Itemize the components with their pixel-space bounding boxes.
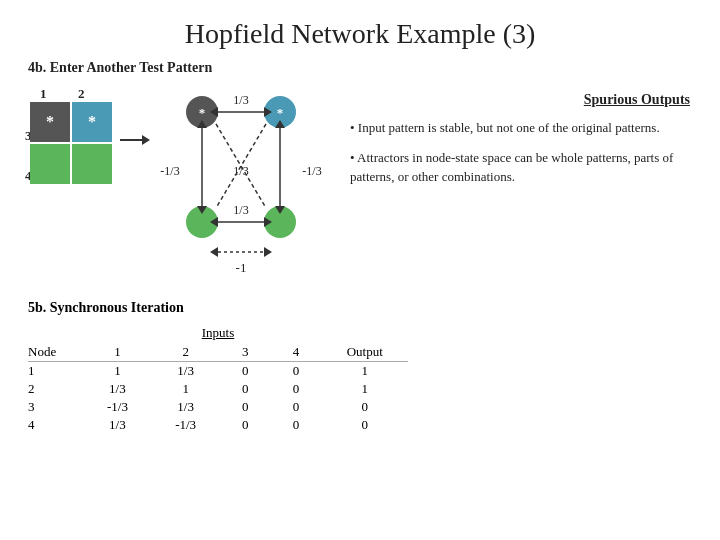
cell-node: 2 xyxy=(28,380,83,398)
right-arrow xyxy=(120,130,150,154)
col-header-1: 1 xyxy=(83,343,151,362)
svg-text:1/3: 1/3 xyxy=(233,203,248,217)
right-panel: Spurious Outputs • Input pattern is stab… xyxy=(330,82,700,292)
cell-c4: 0 xyxy=(271,398,322,416)
cell-c1: 1 xyxy=(83,362,151,381)
table-area: Inputs Node 1 2 3 4 Output 1 1 1/3 0 0 1 xyxy=(28,324,692,434)
cell-output: 1 xyxy=(322,380,408,398)
cell-c4: 0 xyxy=(271,380,322,398)
diagram-area: 1 2 3 4 * * * * xyxy=(20,82,700,292)
cell-c1: -1/3 xyxy=(83,398,151,416)
grid-label-1: 1 xyxy=(40,86,47,102)
table-row: 2 1/3 1 0 0 1 xyxy=(28,380,408,398)
grid-label-2: 2 xyxy=(78,86,85,102)
cell-c3: 0 xyxy=(220,362,271,381)
svg-text:-1: -1 xyxy=(236,260,247,275)
cell-c2: -1/3 xyxy=(152,416,220,434)
grid-cell-4 xyxy=(72,144,112,184)
svg-text:*: * xyxy=(277,105,284,120)
cell-c3: 0 xyxy=(220,380,271,398)
grid-cell-3 xyxy=(30,144,70,184)
cell-node: 1 xyxy=(28,362,83,381)
svg-text:*: * xyxy=(199,105,206,120)
table-row: 1 1 1/3 0 0 1 xyxy=(28,362,408,381)
col-header-2: 2 xyxy=(152,343,220,362)
network-diagram: * * 1/3 1/3 -1/3 xyxy=(150,82,330,296)
grid-cell-1: * xyxy=(30,102,70,142)
svg-text:-1/3: -1/3 xyxy=(160,164,179,178)
table-row: 4 1/3 -1/3 0 0 0 xyxy=(28,416,408,434)
cell-c1: 1/3 xyxy=(83,380,151,398)
svg-marker-1 xyxy=(142,135,150,145)
cell-output: 1 xyxy=(322,362,408,381)
svg-marker-28 xyxy=(210,247,218,257)
iteration-table: Inputs Node 1 2 3 4 Output 1 1 1/3 0 0 1 xyxy=(28,324,408,434)
svg-text:1/3: 1/3 xyxy=(233,93,248,107)
cell-c2: 1/3 xyxy=(152,362,220,381)
cell-c2: 1/3 xyxy=(152,398,220,416)
col-header-3: 3 xyxy=(220,343,271,362)
grid-cell-2: * xyxy=(72,102,112,142)
col-header-4: 4 xyxy=(271,343,322,362)
cell-output: 0 xyxy=(322,398,408,416)
section-4b-label: 4b. Enter Another Test Pattern xyxy=(28,60,720,76)
grid-box: * * xyxy=(30,102,112,184)
bullet-1: • Input pattern is stable, but not one o… xyxy=(350,118,700,138)
svg-text:1/3: 1/3 xyxy=(233,164,248,178)
table-row: 3 -1/3 1/3 0 0 0 xyxy=(28,398,408,416)
svg-text:-1/3: -1/3 xyxy=(302,164,321,178)
bottom-section: 5b. Synchronous Iteration Inputs Node 1 … xyxy=(28,300,692,434)
cell-c2: 1 xyxy=(152,380,220,398)
svg-marker-29 xyxy=(264,247,272,257)
section-5b-label: 5b. Synchronous Iteration xyxy=(28,300,692,316)
col-header-output: Output xyxy=(322,343,408,362)
cell-c3: 0 xyxy=(220,416,271,434)
cell-c3: 0 xyxy=(220,398,271,416)
cell-c4: 0 xyxy=(271,362,322,381)
bullet-2: • Attractors in node-state space can be … xyxy=(350,148,700,187)
cell-node: 3 xyxy=(28,398,83,416)
page-title: Hopfield Network Example (3) xyxy=(0,0,720,60)
cell-c4: 0 xyxy=(271,416,322,434)
left-panel: 1 2 3 4 * * * * xyxy=(20,82,330,292)
inputs-header: Inputs xyxy=(28,324,408,343)
col-header-node: Node xyxy=(28,343,83,362)
spurious-title: Spurious Outputs xyxy=(350,92,690,108)
cell-node: 4 xyxy=(28,416,83,434)
table-wrapper: Inputs Node 1 2 3 4 Output 1 1 1/3 0 0 1 xyxy=(28,324,408,434)
cell-c1: 1/3 xyxy=(83,416,151,434)
cell-output: 0 xyxy=(322,416,408,434)
